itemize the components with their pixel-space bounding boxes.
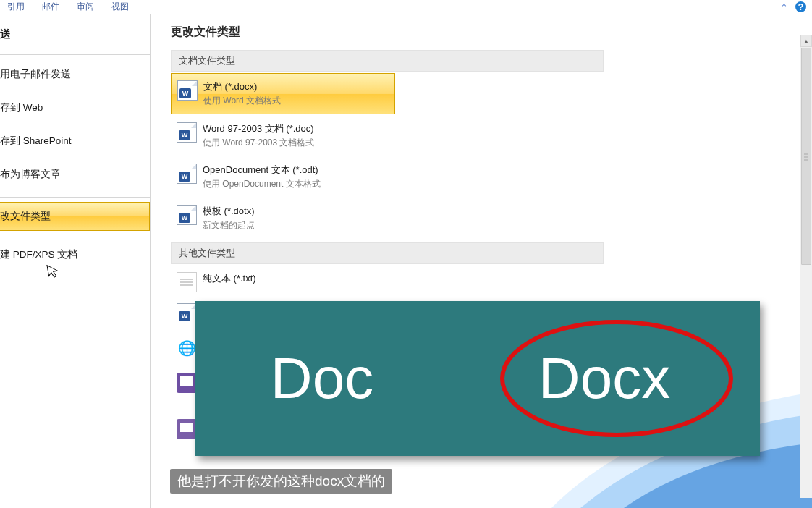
section-header-other-types: 其他文件类型 xyxy=(171,242,604,264)
scroll-up-icon[interactable]: ▲ xyxy=(800,35,812,47)
sidebar-item-web[interactable]: 存到 Web xyxy=(0,91,150,124)
word-odt-icon: W xyxy=(177,164,197,184)
left-sidebar: 送 用电子邮件发送 存到 Web 存到 SharePoint 布为博客文章 改文… xyxy=(0,14,151,508)
sidebar-item-sharepoint[interactable]: 存到 SharePoint xyxy=(0,124,150,158)
word-dotx-icon: W xyxy=(177,205,197,225)
scrollbar-thumb[interactable] xyxy=(801,48,811,265)
save-icon xyxy=(177,373,197,393)
section-header-doc-types: 文档文件类型 xyxy=(171,50,604,72)
file-type-dotx[interactable]: W 模板 (*.dotx) 新文档的起点 xyxy=(171,198,395,238)
ribbon-tab-review[interactable]: 审阅 xyxy=(77,1,94,13)
globe-icon: 🌐 xyxy=(177,338,197,358)
file-type-title: 文档 (*.docx) xyxy=(203,80,281,93)
file-type-title: 纯文本 (*.txt) xyxy=(203,272,256,285)
sidebar-item-change-file-type[interactable]: 改文件类型 xyxy=(0,202,150,231)
help-icon[interactable]: ? xyxy=(795,1,806,12)
sidebar-heading: 送 xyxy=(0,27,150,54)
file-type-desc: 使用 OpenDocument 文本格式 xyxy=(203,178,321,190)
overlay-text-docx: Docx xyxy=(524,345,685,412)
overlay-text-doc: Doc xyxy=(271,345,373,412)
file-type-title: OpenDocument 文本 (*.odt) xyxy=(203,164,321,177)
ribbon-tab-bar: 引用 邮件 审阅 视图 ⌃ ? xyxy=(0,0,812,14)
file-type-txt[interactable]: 纯文本 (*.txt) xyxy=(171,266,395,294)
scrollbar[interactable]: ▲ xyxy=(800,35,812,498)
file-type-title: 模板 (*.dotx) xyxy=(203,205,255,218)
sidebar-item-email[interactable]: 用电子邮件发送 xyxy=(0,58,150,91)
file-type-doc[interactable]: W Word 97-2003 文档 (*.doc) 使用 Word 97-200… xyxy=(171,116,395,156)
word-icon: W xyxy=(177,303,197,323)
file-type-desc: 使用 Word 97-2003 文档格式 xyxy=(203,137,315,149)
save-as-icon xyxy=(177,419,197,439)
sidebar-item-blog[interactable]: 布为博客文章 xyxy=(0,158,150,191)
file-type-title: Word 97-2003 文档 (*.doc) xyxy=(203,122,315,135)
txt-icon xyxy=(177,272,197,292)
file-type-desc: 新文档的起点 xyxy=(203,219,255,232)
file-type-desc: 使用 Word 文档格式 xyxy=(203,95,281,107)
file-type-odt[interactable]: W OpenDocument 文本 (*.odt) 使用 OpenDocumen… xyxy=(171,157,395,197)
ribbon-tab-mail[interactable]: 邮件 xyxy=(42,1,59,13)
ribbon-collapse-icon[interactable]: ⌃ xyxy=(778,1,790,13)
ribbon-tab-references[interactable]: 引用 xyxy=(7,1,25,13)
main-title: 更改文件类型 xyxy=(171,25,799,40)
file-type-docx[interactable]: W 文档 (*.docx) 使用 Word 文档格式 xyxy=(171,73,395,114)
ribbon-tab-view[interactable]: 视图 xyxy=(111,1,129,13)
word-doc-icon: W xyxy=(177,122,197,143)
sidebar-item-pdf-xps[interactable]: 建 PDF/XPS 文档 xyxy=(0,235,150,274)
annotation-overlay: Doc Docx xyxy=(195,301,760,456)
video-subtitle: 他是打不开你发的这种docx文档的 xyxy=(170,469,392,494)
word-docx-icon: W xyxy=(177,80,198,101)
